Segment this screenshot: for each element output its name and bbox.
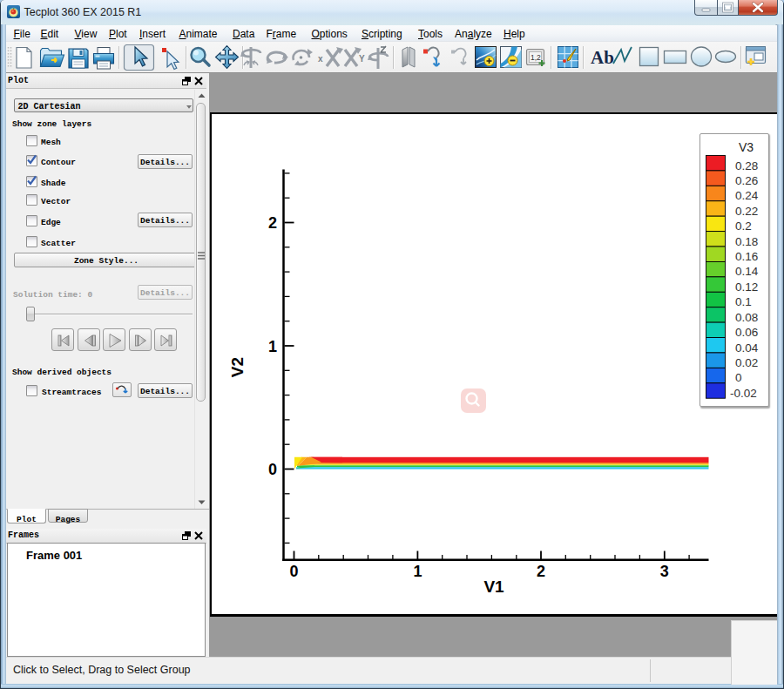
svg-text:Y: Y [359, 54, 365, 64]
svg-text:2: 2 [268, 214, 277, 232]
svg-text:V1: V1 [483, 578, 504, 596]
svg-text:1,2: 1,2 [531, 53, 541, 62]
svg-text:2: 2 [537, 563, 545, 580]
svg-text:V2: V2 [228, 357, 247, 377]
svg-text:Ab: Ab [591, 47, 614, 68]
svg-text:0: 0 [268, 461, 277, 478]
svg-text:1: 1 [268, 338, 277, 355]
svg-text:x: x [318, 54, 323, 64]
svg-text:0: 0 [289, 563, 298, 580]
svg-text:1: 1 [413, 563, 422, 580]
svg-text:3: 3 [660, 563, 669, 580]
